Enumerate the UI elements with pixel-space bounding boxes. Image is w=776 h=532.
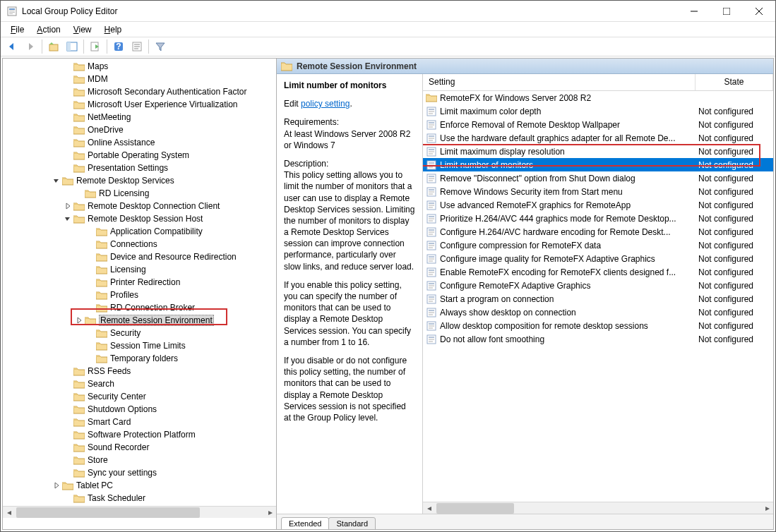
menu-view[interactable]: View (68, 23, 97, 36)
tree-item[interactable]: RD Connection Broker (3, 301, 276, 314)
policy-setting-icon (426, 106, 437, 117)
list-row[interactable]: Use advanced RemoteFX graphics for Remot… (423, 198, 773, 212)
tree-item[interactable]: Store (3, 454, 276, 466)
list-row[interactable]: Prioritize H.264/AVC 444 graphics mode f… (423, 212, 773, 225)
properties-button[interactable] (129, 38, 145, 55)
tree-pane[interactable]: MapsMDMMicrosoft Secondary Authenticatio… (3, 59, 277, 529)
tree-item[interactable]: Application Compatibility (3, 225, 276, 238)
folder-icon (73, 404, 85, 414)
folder-icon (85, 188, 96, 198)
tree-hscroll[interactable]: ◂▸ (3, 506, 276, 518)
list-row[interactable]: Limit number of monitorsNot configured (423, 158, 773, 171)
app-icon (6, 6, 18, 17)
tree-item[interactable]: Online Assistance (3, 136, 276, 149)
setting-state: Not configured (696, 334, 773, 344)
tree-item[interactable]: Sync your settings (3, 466, 276, 479)
show-hide-tree-button[interactable] (64, 38, 80, 55)
tree-item[interactable]: Security Center (3, 390, 276, 403)
tree-item[interactable]: Shutdown Options (3, 403, 276, 416)
folder-icon (85, 315, 96, 325)
tree-item[interactable]: Security (3, 327, 276, 339)
list-row[interactable]: Configure RemoteFX Adaptive GraphicsNot … (423, 279, 773, 292)
menu-action[interactable]: Action (31, 23, 66, 36)
tree-item[interactable]: Remote Desktop Services (3, 174, 276, 187)
list-row[interactable]: Configure image quality for RemoteFX Ada… (423, 252, 773, 265)
chevron-down-icon[interactable] (62, 213, 73, 224)
list-row[interactable]: RemoteFX for Windows Server 2008 R2 (423, 91, 773, 104)
tree-item[interactable]: Profiles (3, 289, 276, 301)
chevron-right-icon[interactable] (62, 200, 73, 212)
tree-item[interactable]: Session Time Limits (3, 339, 276, 352)
setting-label: Enforce Removal of Remote Desktop Wallpa… (440, 120, 696, 130)
list-row[interactable]: Use the hardware default graphics adapte… (423, 131, 773, 145)
tree-item[interactable]: Sound Recorder (3, 441, 276, 454)
tree-item[interactable]: RSS Feeds (3, 365, 276, 377)
tree-item[interactable]: OneDrive (3, 123, 276, 136)
list-row[interactable]: Allow desktop composition for remote des… (423, 319, 773, 332)
list-row[interactable]: Remove Windows Security item from Start … (423, 185, 773, 198)
tree-item[interactable]: Maps (3, 60, 276, 73)
chevron-right-icon[interactable] (51, 480, 62, 491)
setting-label: Limit number of monitors (440, 160, 696, 170)
tree-item[interactable]: MDM (3, 73, 276, 85)
tree-item[interactable]: Smart Card (3, 416, 276, 428)
list-body[interactable]: RemoteFX for Windows Server 2008 R2Limit… (423, 91, 773, 502)
edit-policy-link[interactable]: policy setting (301, 99, 350, 109)
help-button[interactable]: ? (110, 38, 127, 55)
list-row[interactable]: Start a program on connectionNot configu… (423, 292, 773, 306)
window-title: Local Group Policy Editor (22, 6, 678, 16)
tree-exp-none (62, 86, 73, 97)
list-hscroll[interactable]: ◂▸ (423, 502, 773, 514)
tree-item[interactable]: Software Protection Platform (3, 428, 276, 441)
list-row[interactable]: Configure compression for RemoteFX dataN… (423, 238, 773, 252)
menu-file[interactable]: File (5, 23, 30, 36)
up-button[interactable] (45, 38, 62, 55)
desc-desc-label: Description: (284, 159, 328, 169)
tree-item[interactable]: Task Scheduler (3, 492, 276, 504)
tree-item[interactable]: Remote Desktop Connection Client (3, 200, 276, 212)
desc-p1: This policy setting allows you to limit … (284, 170, 414, 272)
list-row[interactable]: Enforce Removal of Remote Desktop Wallpa… (423, 118, 773, 131)
tree-item[interactable]: Portable Operating System (3, 149, 276, 162)
tree-item[interactable]: Connections (3, 238, 276, 250)
setting-label: Start a program on connection (440, 294, 696, 304)
list-row[interactable]: Remove "Disconnect" option from Shut Dow… (423, 171, 773, 185)
close-button[interactable] (743, 1, 775, 22)
maximize-button[interactable] (710, 1, 743, 22)
back-button[interactable] (4, 38, 20, 55)
tree-item[interactable]: Device and Resource Redirection (3, 250, 276, 263)
col-setting[interactable]: Setting (423, 74, 696, 90)
toolbar: ? (1, 37, 775, 56)
filter-button[interactable] (152, 38, 169, 55)
menu-help[interactable]: Help (99, 23, 128, 36)
list-row[interactable]: Enable RemoteFX encoding for RemoteFX cl… (423, 265, 773, 279)
tree-item[interactable]: Remote Session Environment (3, 314, 276, 327)
tree-item[interactable]: Remote Desktop Session Host (3, 212, 276, 225)
forward-button[interactable] (22, 38, 39, 55)
tree-item[interactable]: Temporary folders (3, 352, 276, 365)
tree-item[interactable]: RD Licensing (3, 187, 276, 200)
tree-item[interactable]: NetMeeting (3, 111, 276, 123)
tree-item[interactable]: Presentation Settings (3, 162, 276, 174)
tree-item[interactable]: Printer Redirection (3, 276, 276, 289)
list-row[interactable]: Do not allow font smoothingNot configure… (423, 332, 773, 346)
list-row[interactable]: Limit maximum color depthNot configured (423, 104, 773, 118)
chevron-right-icon[interactable] (73, 315, 85, 326)
chevron-down-icon[interactable] (51, 175, 62, 186)
tree-item[interactable]: Search (3, 377, 276, 390)
export-button[interactable] (87, 38, 104, 55)
svg-rect-6 (723, 8, 730, 15)
tree-item[interactable]: Microsoft User Experience Virtualization (3, 98, 276, 111)
tree-item-label: Temporary folders (110, 353, 178, 363)
tab-standard[interactable]: Standard (328, 517, 376, 529)
col-state[interactable]: State (696, 74, 773, 90)
tree-item[interactable]: Licensing (3, 263, 276, 276)
list-row[interactable]: Always show desktop on connectionNot con… (423, 306, 773, 319)
list-row[interactable]: Limit maximum display resolutionNot conf… (423, 145, 773, 158)
tree-item[interactable]: Microsoft Secondary Authentication Facto… (3, 85, 276, 98)
list-row[interactable]: Configure H.264/AVC hardware encoding fo… (423, 225, 773, 238)
tab-extended[interactable]: Extended (281, 517, 329, 529)
tree-item[interactable]: Tablet PC (3, 479, 276, 492)
policy-setting-icon (426, 267, 437, 278)
minimize-button[interactable] (678, 1, 710, 22)
